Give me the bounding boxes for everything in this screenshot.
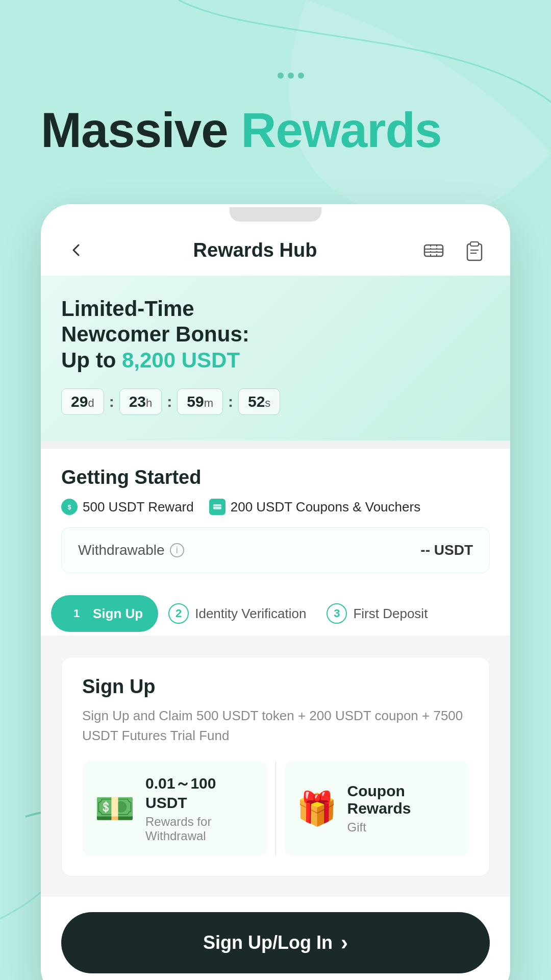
phone-mockup: Rewards Hub xyxy=(41,204,510,980)
svg-rect-3 xyxy=(424,245,443,256)
hero-title: Massive Rewards xyxy=(41,102,441,158)
back-button[interactable] xyxy=(61,235,92,265)
timer-minutes: 59m xyxy=(177,388,223,415)
tab-identity-label: Identity Verification xyxy=(195,606,306,622)
timer-days: 29d xyxy=(61,388,104,415)
tab-identity-number: 2 xyxy=(168,603,189,624)
info-icon[interactable]: i xyxy=(170,543,184,557)
bottom-cta-section: Sign Up/Log In › xyxy=(41,897,510,980)
coupon-desc: Gift xyxy=(347,820,411,835)
usdt-reward-icon: $ xyxy=(61,499,78,515)
usdt-reward-label: 500 USDT Reward xyxy=(83,499,194,515)
banner-amount-prefix: Up to xyxy=(61,348,122,372)
coupon-reward-label: 200 USDT Coupons & Vouchers xyxy=(231,499,420,515)
banner-section: Limited-Time Newcomer Bonus: Up to 8,200… xyxy=(41,276,510,440)
tab-identity[interactable]: 2 Identity Verification xyxy=(158,591,316,636)
reward-badges: $ 500 USDT Reward 200 USDT Coupons & Vou… xyxy=(61,499,490,515)
cta-label: Sign Up/Log In xyxy=(203,932,333,953)
banner-amount: 8,200 USDT xyxy=(122,348,240,372)
tab-signup-label: Sign Up xyxy=(93,606,143,622)
signup-wrapper: Sign Up Sign Up and Claim 500 USDT token… xyxy=(41,636,510,897)
timer-seconds: 52s xyxy=(238,388,280,415)
nav-title: Rewards Hub xyxy=(193,239,317,261)
coupon-amount: CouponRewards xyxy=(347,782,411,817)
tab-deposit-label: First Deposit xyxy=(353,606,428,622)
svg-rect-5 xyxy=(470,242,479,246)
banner-title: Limited-Time Newcomer Bonus: Up to 8,200… xyxy=(61,296,490,373)
countdown-timer: 29d : 23h : 59m : 52s xyxy=(61,388,490,415)
timer-colon-3: : xyxy=(228,393,233,410)
reward-badge-coupon: 200 USDT Coupons & Vouchers xyxy=(209,499,420,515)
withdrawal-amount: 0.01～100USDT xyxy=(145,773,216,812)
coupon-info: CouponRewards Gift xyxy=(347,782,411,835)
coupon-reward-icon xyxy=(209,499,226,515)
signup-card-desc: Sign Up and Claim 500 USDT token + 200 U… xyxy=(82,706,469,746)
withdrawal-emoji: 💵 xyxy=(94,792,135,825)
hero-prefix: Massive xyxy=(41,103,241,157)
signup-login-button[interactable]: Sign Up/Log In › xyxy=(61,912,490,973)
withdrawal-info: 0.01～100USDT Rewards forWithdrawal xyxy=(145,773,216,843)
hero-highlight: Rewards xyxy=(241,103,441,157)
svg-point-1 xyxy=(288,72,294,79)
withdrawable-label: Withdrawable i xyxy=(78,542,184,558)
status-bar xyxy=(41,204,510,225)
withdrawal-desc: Rewards forWithdrawal xyxy=(145,815,216,843)
nav-icons xyxy=(418,235,490,265)
timer-hours: 23h xyxy=(119,388,162,415)
signup-card-title: Sign Up xyxy=(82,676,469,698)
svg-point-2 xyxy=(298,72,304,79)
withdrawable-value: -- USDT xyxy=(420,542,473,558)
phone-notch xyxy=(230,207,321,222)
getting-started-section: Getting Started $ 500 USDT Reward xyxy=(41,449,510,591)
svg-rect-8 xyxy=(213,504,221,509)
clipboard-icon-button[interactable] xyxy=(459,235,490,265)
section-divider-1 xyxy=(41,440,510,449)
banner-line2: Newcomer Bonus: xyxy=(61,322,249,346)
step-tabs: 1 Sign Up 2 Identity Verification 3 Firs… xyxy=(41,591,510,636)
nav-bar: Rewards Hub xyxy=(41,225,510,276)
timer-colon-2: : xyxy=(167,393,172,410)
cta-arrow: › xyxy=(341,930,348,955)
svg-point-0 xyxy=(278,72,284,79)
rewards-grid: 💵 0.01～100USDT Rewards forWithdrawal 🎁 C… xyxy=(82,761,469,855)
card-divider xyxy=(276,761,276,855)
reward-card-withdrawal: 💵 0.01～100USDT Rewards forWithdrawal xyxy=(82,761,267,855)
timer-colon-1: : xyxy=(109,393,114,410)
tab-signup[interactable]: 1 Sign Up xyxy=(51,595,158,632)
coupon-icon-button[interactable] xyxy=(418,235,449,265)
tab-deposit[interactable]: 3 First Deposit xyxy=(316,591,438,636)
tab-signup-number: 1 xyxy=(66,603,87,624)
coupon-emoji: 🎁 xyxy=(296,792,337,825)
tab-deposit-number: 3 xyxy=(327,603,347,624)
signup-content-card: Sign Up Sign Up and Claim 500 USDT token… xyxy=(61,657,490,876)
reward-card-coupon: 🎁 CouponRewards Gift xyxy=(284,761,469,855)
reward-badge-usdt: $ 500 USDT Reward xyxy=(61,499,194,515)
withdrawable-row: Withdrawable i -- USDT xyxy=(61,527,490,573)
banner-line1: Limited-Time xyxy=(61,297,194,321)
getting-started-title: Getting Started xyxy=(61,467,490,488)
svg-text:$: $ xyxy=(68,504,71,511)
